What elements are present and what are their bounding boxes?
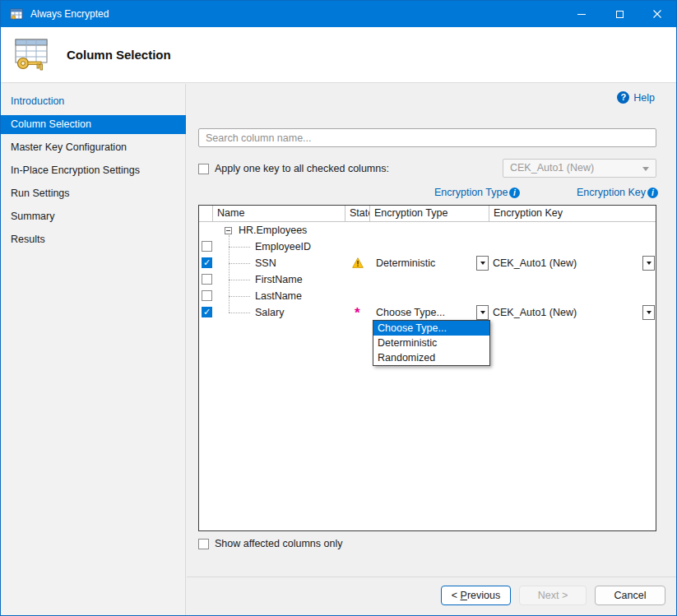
apply-key-row: Apply one key to all checked columns: bbox=[198, 160, 389, 178]
grid-header-name[interactable]: Name bbox=[213, 206, 345, 222]
sidebar-item-in-place-encryption-settings[interactable]: In-Place Encryption Settings bbox=[1, 161, 186, 180]
tree-connector-line bbox=[229, 247, 250, 248]
row-checkbox-employeeid[interactable] bbox=[202, 241, 212, 252]
close-icon bbox=[653, 10, 661, 18]
footer-divider bbox=[187, 577, 677, 577]
title-bar[interactable]: Always Encrypted bbox=[1, 1, 676, 27]
dropdown-option-choose-type[interactable]: Choose Type... bbox=[373, 321, 489, 336]
grid-header-row: Name State Encryption Type Encryption Ke… bbox=[199, 206, 656, 222]
apply-key-value: CEK_Auto1 (New) bbox=[510, 162, 594, 174]
tree-connector-line bbox=[229, 313, 250, 313]
encryption-key-dropdown-button[interactable] bbox=[642, 305, 655, 320]
grid-header-state[interactable]: State bbox=[345, 206, 370, 222]
grid-header-checkbox-col bbox=[199, 206, 213, 222]
encryption-key-value: CEK_Auto1 (New) bbox=[493, 304, 577, 321]
previous-label: < bbox=[452, 590, 461, 601]
warning-icon bbox=[352, 257, 364, 268]
previous-label-rest: revious bbox=[467, 590, 500, 601]
encryption-type-dropdown-button[interactable] bbox=[476, 256, 489, 271]
page-title: Column Selection bbox=[67, 27, 171, 83]
grid-header-encryption-type[interactable]: Encryption Type bbox=[370, 206, 489, 222]
dropdown-arrow-icon bbox=[647, 262, 651, 265]
table-key-icon bbox=[12, 36, 51, 74]
wizard-header: Column Selection bbox=[1, 27, 676, 83]
encryption-key-info-icon[interactable]: i bbox=[647, 188, 658, 198]
apply-key-checkbox[interactable] bbox=[198, 164, 209, 174]
close-button[interactable] bbox=[638, 1, 676, 27]
encryption-key-dropdown-button[interactable] bbox=[642, 256, 655, 271]
apply-key-combobox[interactable]: CEK_Auto1 (New) bbox=[503, 159, 656, 178]
grid-header-encryption-key[interactable]: Encryption Key bbox=[489, 206, 656, 222]
encryption-type-value: Deterministic bbox=[376, 255, 435, 271]
previous-accesskey: P bbox=[461, 590, 467, 601]
dropdown-option-deterministic[interactable]: Deterministic bbox=[373, 336, 489, 350]
search-column-input[interactable] bbox=[198, 128, 656, 147]
encryption-type-value: Choose Type... bbox=[376, 304, 445, 321]
sidebar-item-run-settings[interactable]: Run Settings bbox=[1, 184, 186, 203]
tree-connector-line bbox=[229, 280, 250, 280]
chevron-down-icon bbox=[642, 167, 649, 171]
encryption-type-dropdown-button[interactable] bbox=[476, 305, 489, 320]
encryption-type-dropdown-list: Choose Type... Deterministic Randomized bbox=[373, 320, 490, 366]
previous-button[interactable]: < Previous bbox=[441, 586, 511, 605]
sidebar-item-results[interactable]: Results bbox=[1, 230, 186, 249]
sidebar-item-column-selection[interactable]: Column Selection bbox=[1, 115, 186, 134]
show-affected-label: Show affected columns only bbox=[215, 538, 342, 549]
column-name[interactable]: SSN bbox=[255, 255, 276, 271]
dropdown-arrow-icon bbox=[480, 262, 485, 265]
minimize-button[interactable] bbox=[563, 1, 600, 27]
minimize-icon bbox=[577, 14, 586, 15]
next-button[interactable]: Next > bbox=[519, 586, 587, 605]
sidebar-item-introduction[interactable]: Introduction bbox=[1, 92, 186, 111]
apply-key-label: Apply one key to all checked columns: bbox=[215, 163, 389, 174]
columns-grid: Name State Encryption Type Encryption Ke… bbox=[198, 205, 656, 531]
tree-connector-line bbox=[229, 296, 250, 297]
dropdown-arrow-icon bbox=[647, 311, 651, 314]
maximize-button[interactable] bbox=[600, 1, 638, 27]
window-controls bbox=[563, 1, 676, 27]
row-checkbox-lastname[interactable] bbox=[202, 290, 212, 301]
encryption-type-link[interactable]: Encryption Type bbox=[434, 187, 508, 198]
row-checkbox-ssn[interactable]: ✓ bbox=[202, 257, 212, 268]
tree-connector-line bbox=[229, 263, 250, 264]
encryption-key-link[interactable]: Encryption Key bbox=[577, 187, 646, 198]
row-checkbox-salary[interactable]: ✓ bbox=[202, 307, 212, 317]
help-label: Help bbox=[633, 92, 655, 104]
column-name[interactable]: EmployeeID bbox=[255, 239, 311, 255]
always-encrypted-wizard-window: Always Encrypted Colu bbox=[0, 0, 677, 616]
window-title: Always Encrypted bbox=[30, 8, 109, 20]
cancel-button[interactable]: Cancel bbox=[595, 586, 665, 605]
wizard-steps-sidebar: Introduction Column Selection Master Key… bbox=[1, 84, 186, 616]
table-group-label[interactable]: HR.Employees bbox=[239, 222, 307, 239]
encryption-type-info-icon[interactable]: i bbox=[509, 188, 520, 198]
help-icon: ? bbox=[617, 91, 629, 104]
sidebar-item-summary[interactable]: Summary bbox=[1, 207, 186, 226]
column-name[interactable]: LastName bbox=[255, 288, 302, 304]
row-checkbox-firstname[interactable] bbox=[202, 274, 212, 285]
help-link[interactable]: ? Help bbox=[617, 91, 655, 104]
column-name[interactable]: FirstName bbox=[255, 271, 303, 288]
sidebar-item-master-key-configuration[interactable]: Master Key Configuration bbox=[1, 138, 186, 157]
column-name[interactable]: Salary bbox=[255, 304, 284, 321]
show-affected-row: Show affected columns only bbox=[198, 538, 342, 549]
app-icon bbox=[10, 7, 23, 21]
show-affected-checkbox[interactable] bbox=[198, 539, 209, 549]
required-icon: * bbox=[355, 308, 360, 319]
encryption-key-value: CEK_Auto1 (New) bbox=[493, 255, 577, 271]
dropdown-arrow-icon bbox=[480, 311, 485, 314]
tree-collapse-icon[interactable] bbox=[225, 227, 232, 234]
maximize-icon bbox=[616, 11, 624, 18]
dropdown-option-randomized[interactable]: Randomized bbox=[373, 350, 489, 365]
